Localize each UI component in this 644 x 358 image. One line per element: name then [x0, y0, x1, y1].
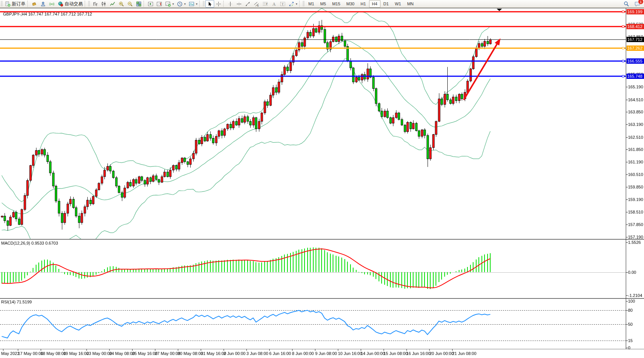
price-tick-label: 162.510: [628, 135, 643, 140]
time-tick-label: 20 Jun 00:00: [429, 351, 454, 356]
hline-button[interactable]: [235, 0, 243, 8]
search-button[interactable]: [622, 0, 631, 8]
cursor-button[interactable]: [205, 0, 214, 8]
chevron-down-icon[interactable]: ▾: [184, 2, 186, 6]
text-icon: A: [271, 1, 277, 7]
price-tick-label: 159.850: [628, 185, 643, 189]
price-line-badge: 167.712: [627, 37, 644, 42]
clock-icon: [177, 1, 183, 7]
channel-button[interactable]: E: [252, 0, 261, 8]
tile-windows-button[interactable]: [134, 0, 143, 8]
candle-chart-icon: [101, 1, 107, 7]
time-tick-label: 9 Jun 08:00: [315, 351, 337, 356]
autotrade-button[interactable]: 自动交易: [56, 0, 84, 8]
price-line-badge: 168.412: [627, 24, 644, 29]
price-line-badge: 167.262: [627, 46, 644, 51]
chart-shift-button[interactable]: [146, 0, 155, 8]
timeframe-m15-button[interactable]: M15: [329, 0, 343, 8]
timeframe-m5-button[interactable]: M5: [317, 0, 329, 8]
price-tick-label: 164.510: [628, 97, 643, 102]
timeframe-m1-button[interactable]: M1: [305, 0, 317, 8]
add-indicator-button[interactable]: ▾: [164, 0, 175, 8]
timeframe-h4-button[interactable]: H4: [369, 0, 380, 8]
trendline-button[interactable]: [243, 0, 252, 8]
new-order-icon: [5, 1, 11, 7]
time-tick-label: 18 May 08:00: [41, 351, 66, 356]
time-tick-label: 27 May 00:00: [155, 351, 180, 356]
new-order-button[interactable]: 新订单: [3, 0, 27, 8]
rsi-axis-label: 80: [628, 308, 633, 312]
time-tick-label: 15 Jun 08:00: [384, 351, 408, 356]
time-tick-label: 21 Jun 08:00: [452, 351, 477, 356]
time-tick-label: 31 May 16:00: [201, 351, 226, 356]
gold-icon: [32, 1, 37, 7]
line-chart-button[interactable]: [108, 0, 117, 8]
chevron-down-icon[interactable]: ▾: [296, 2, 297, 6]
timeframe-w1-button[interactable]: W1: [392, 0, 404, 8]
time-tick-label: 6 Jun 16:00: [269, 351, 291, 356]
timeframe-mn-button[interactable]: MN: [404, 0, 417, 8]
time-tick-label: 10 Jun 16:00: [338, 351, 362, 356]
macd-axis-label: 1.5526: [628, 240, 641, 245]
text-button[interactable]: A: [270, 0, 278, 8]
time-tick-label: 30 May 08:00: [178, 351, 203, 356]
zoom-in-icon: [118, 1, 124, 7]
zoom-in-button[interactable]: [117, 0, 126, 8]
chevron-down-icon[interactable]: ▾: [196, 2, 197, 6]
chart-autoscroll-button[interactable]: [155, 0, 164, 8]
candle-chart-button[interactable]: [99, 0, 108, 8]
trendline-icon: [245, 1, 251, 7]
notifications-button[interactable]: 1: [633, 0, 642, 8]
chart-autoscroll-icon: [156, 1, 162, 7]
mt4-window: { "toolbar": { "new_order": {"icon": "ne…: [0, 0, 644, 358]
price-line-badge: 169.199: [627, 9, 644, 14]
time-tick-label: 2 Jun 00:00: [224, 351, 246, 356]
autotrade-icon: [58, 1, 63, 7]
zoom-out-icon: [127, 1, 133, 7]
cursor-icon: [207, 1, 213, 7]
line-chart-icon: [110, 1, 115, 7]
price-chart-canvas[interactable]: [0, 8, 644, 358]
crosshair-button[interactable]: [214, 0, 223, 8]
time-tick-label: May 2022: [1, 351, 19, 356]
timeframe-m30-button[interactable]: M30: [343, 0, 357, 8]
svg-text:A: A: [273, 2, 276, 6]
toolbar-grip: [303, 1, 305, 6]
fibonacci-button[interactable]: F: [261, 0, 270, 8]
zoom-out-button[interactable]: [126, 0, 134, 8]
toolbar-grip: [1, 1, 3, 6]
toolbar-grip: [203, 1, 205, 6]
svg-text:T: T: [282, 2, 284, 6]
chevron-down-icon[interactable]: ▾: [172, 2, 174, 6]
timeframe-h1-button[interactable]: H1: [357, 0, 369, 8]
vline-button[interactable]: [226, 0, 235, 8]
price-tick-label: 163.850: [628, 110, 643, 114]
vline-icon: [227, 1, 233, 7]
time-tick-label: 25 May 16:00: [132, 351, 158, 356]
time-tick-label: 19 May 16:00: [63, 351, 89, 356]
bar-chart-icon: [92, 1, 98, 7]
chart-window[interactable]: GBPJPY-,H4 167.747 167.747 167.712 167.7…: [0, 8, 644, 358]
svg-text:E: E: [257, 4, 259, 6]
macd-axis-label: 0.00: [628, 270, 636, 275]
channel-icon: E: [254, 1, 259, 7]
macd-axis-label: -1.2104: [628, 293, 642, 298]
time-tick-label: 3 Jun 08:00: [246, 351, 268, 356]
community-button[interactable]: [39, 0, 47, 8]
arrows-button[interactable]: ▾: [287, 0, 299, 8]
price-tick-label: 160.510: [628, 172, 643, 177]
rsi-axis-label: 50: [628, 322, 633, 327]
bar-chart-button[interactable]: [91, 0, 99, 8]
price-tick-label: 165.190: [628, 85, 643, 89]
add-indicator-icon: [165, 1, 171, 7]
template-button[interactable]: ▾: [187, 0, 199, 8]
gold-button[interactable]: [30, 0, 39, 8]
price-line-badge: 165.748: [627, 74, 644, 79]
time-tick-label: 17 May 00:00: [18, 351, 43, 356]
signals-button[interactable]: [47, 0, 56, 8]
autotrade-label: 自动交易: [65, 1, 83, 7]
clock-button[interactable]: ▾: [175, 0, 187, 8]
label-button[interactable]: T: [278, 0, 287, 8]
time-tick-label: 23 May 00:00: [87, 351, 112, 356]
timeframe-d1-button[interactable]: D1: [380, 0, 392, 8]
